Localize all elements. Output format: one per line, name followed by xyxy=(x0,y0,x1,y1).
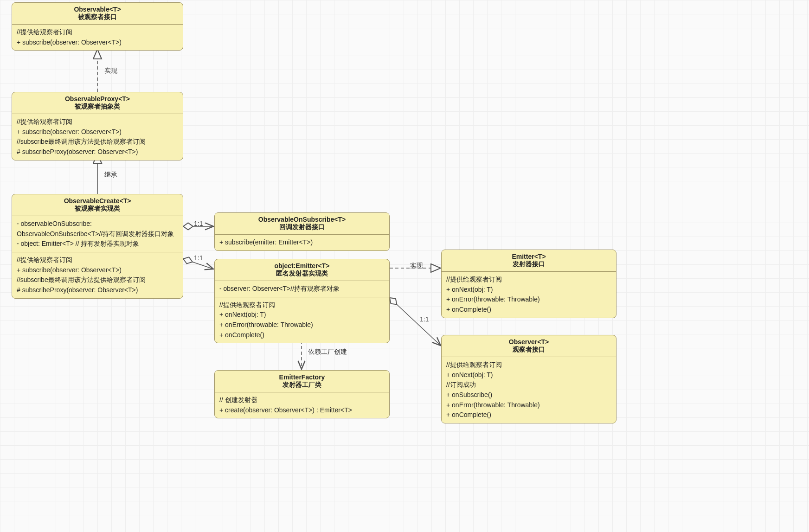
member-row: + onComplete() xyxy=(219,330,385,340)
member-row: + onComplete() xyxy=(446,410,611,420)
class-observable-on-subscribe: ObservableOnSubscribe<T> 回调发射器接口 + subsc… xyxy=(214,212,390,251)
class-title: ObservableProxy<T> xyxy=(15,95,180,103)
member-row: //提供给观察者订阅 xyxy=(446,275,611,285)
class-title: EmitterFactory xyxy=(218,373,386,381)
class-subtitle: 观察者接口 xyxy=(444,346,613,354)
member-row: - observer: Observer<T>//持有观察者对象 xyxy=(219,284,385,294)
class-emitter-factory: EmitterFactory 发射器工厂类 // 创建发射器 + create(… xyxy=(214,370,390,418)
label-dep-factory: 依赖工厂创建 xyxy=(308,348,347,356)
class-observable: Observable<T> 被观察者接口 //提供给观察者订阅 + subscr… xyxy=(12,2,183,51)
member-row: //提供给观察者订阅 xyxy=(17,27,178,38)
member-row: + onNext(obj: T) xyxy=(219,310,385,320)
class-observer: Observer<T> 观察者接口 //提供给观察者订阅 + onNext(ob… xyxy=(441,335,616,423)
member-row: //提供给观察者订阅 xyxy=(17,255,178,265)
member-row: - observableOnSubscribe: ObservableOnSub… xyxy=(17,219,178,239)
class-title: Observable<T> xyxy=(15,6,180,13)
class-subtitle: 匿名发射器实现类 xyxy=(218,269,386,278)
member-row: - object: Emitter<T> // 持有发射器实现对象 xyxy=(17,239,178,249)
member-row: + subscribe(emitter: Emitter<T>) xyxy=(219,237,385,248)
member-row: //提供给观察者订阅 xyxy=(446,360,611,370)
member-row: + onSubscribe() xyxy=(446,390,611,400)
member-row: + onComplete() xyxy=(446,305,611,315)
member-row: //subscribe最终调用该方法提供给观察者订阅 xyxy=(17,137,178,147)
member-row: # subscribeProxy(observer: Observer<T>) xyxy=(17,147,178,157)
class-title: Observer<T> xyxy=(444,338,613,346)
member-row: + onError(throwable: Throwable) xyxy=(446,400,611,410)
class-title: ObservableOnSubscribe<T> xyxy=(218,216,386,223)
class-observable-create: ObservableCreate<T> 被观察者实现类 - observable… xyxy=(12,194,183,299)
class-subtitle: 被观察者实现类 xyxy=(15,205,180,213)
class-observable-proxy: ObservableProxy<T> 被观察者抽象类 //提供给观察者订阅 + … xyxy=(12,92,183,160)
class-subtitle: 回调发射器接口 xyxy=(218,223,386,231)
member-row: //提供给观察者订阅 xyxy=(17,117,178,127)
member-row: //订阅成功 xyxy=(446,380,611,390)
label-assoc-observer: 1:1 xyxy=(420,315,429,323)
class-subtitle: 发射器接口 xyxy=(444,260,613,269)
member-row: + create(observer: Observer<T>) : Emitte… xyxy=(219,405,385,416)
member-row: + subscribe(observer: Observer<T>) xyxy=(17,127,178,137)
member-row: + onError(throwable: Throwable) xyxy=(446,295,611,305)
diagram-canvas: 实现 继承 1:1 1:1 实现 1:1 依赖工厂创建 Observable<T… xyxy=(0,0,809,532)
member-row: //提供给观察者订阅 xyxy=(219,300,385,310)
member-row: + subscribe(observer: Observer<T>) xyxy=(17,265,178,276)
class-subtitle: 被观察者接口 xyxy=(15,13,180,21)
member-row: // 创建发射器 xyxy=(219,395,385,405)
class-emitter: Emitter<T> 发射器接口 //提供给观察者订阅 + onNext(obj… xyxy=(441,250,616,318)
member-row: + onNext(obj: T) xyxy=(446,285,611,295)
member-row: + onError(throwable: Throwable) xyxy=(219,320,385,330)
class-title: Emitter<T> xyxy=(444,253,613,260)
member-row: # subscribeProxy(observer: Observer<T>) xyxy=(17,285,178,295)
class-title: ObservableCreate<T> xyxy=(15,197,180,205)
label-realize-1: 实现 xyxy=(104,67,117,75)
class-title: object:Emitter<T> xyxy=(218,262,386,269)
class-object-emitter: object:Emitter<T> 匿名发射器实现类 - observer: O… xyxy=(214,259,390,343)
svg-line-5 xyxy=(390,298,441,346)
label-assoc-onsub: 1:1 xyxy=(194,220,203,227)
label-assoc-objemitter: 1:1 xyxy=(194,254,203,262)
class-subtitle: 发射器工厂类 xyxy=(218,381,386,389)
class-subtitle: 被观察者抽象类 xyxy=(15,103,180,111)
member-row: + subscribe(observer: Observer<T>) xyxy=(17,38,178,48)
label-realize-emitter: 实现 xyxy=(410,262,423,270)
label-inherit-1: 继承 xyxy=(104,171,117,179)
member-row: //subscribe最终调用该方法提供给观察者订阅 xyxy=(17,275,178,285)
member-row: + onNext(obj: T) xyxy=(446,370,611,380)
